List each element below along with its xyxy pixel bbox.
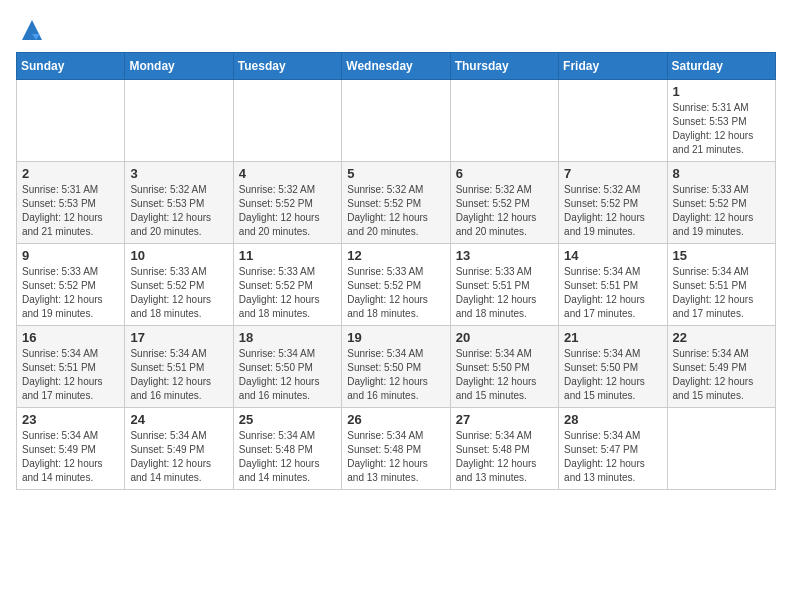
calendar-cell: 4Sunrise: 5:32 AM Sunset: 5:52 PM Daylig… (233, 162, 341, 244)
calendar-cell: 13Sunrise: 5:33 AM Sunset: 5:51 PM Dayli… (450, 244, 558, 326)
calendar: SundayMondayTuesdayWednesdayThursdayFrid… (16, 52, 776, 490)
day-number: 16 (22, 330, 119, 345)
day-number: 25 (239, 412, 336, 427)
calendar-cell: 8Sunrise: 5:33 AM Sunset: 5:52 PM Daylig… (667, 162, 775, 244)
day-number: 2 (22, 166, 119, 181)
day-number: 20 (456, 330, 553, 345)
calendar-cell: 6Sunrise: 5:32 AM Sunset: 5:52 PM Daylig… (450, 162, 558, 244)
day-info: Sunrise: 5:32 AM Sunset: 5:52 PM Dayligh… (239, 183, 336, 239)
calendar-cell: 7Sunrise: 5:32 AM Sunset: 5:52 PM Daylig… (559, 162, 667, 244)
day-info: Sunrise: 5:34 AM Sunset: 5:48 PM Dayligh… (239, 429, 336, 485)
day-info: Sunrise: 5:34 AM Sunset: 5:49 PM Dayligh… (130, 429, 227, 485)
day-info: Sunrise: 5:31 AM Sunset: 5:53 PM Dayligh… (673, 101, 770, 157)
header-day-thursday: Thursday (450, 53, 558, 80)
day-info: Sunrise: 5:33 AM Sunset: 5:52 PM Dayligh… (22, 265, 119, 321)
day-number: 24 (130, 412, 227, 427)
calendar-cell: 11Sunrise: 5:33 AM Sunset: 5:52 PM Dayli… (233, 244, 341, 326)
day-info: Sunrise: 5:31 AM Sunset: 5:53 PM Dayligh… (22, 183, 119, 239)
day-number: 1 (673, 84, 770, 99)
week-row-0: 1Sunrise: 5:31 AM Sunset: 5:53 PM Daylig… (17, 80, 776, 162)
calendar-cell: 12Sunrise: 5:33 AM Sunset: 5:52 PM Dayli… (342, 244, 450, 326)
day-info: Sunrise: 5:34 AM Sunset: 5:50 PM Dayligh… (239, 347, 336, 403)
calendar-cell: 5Sunrise: 5:32 AM Sunset: 5:52 PM Daylig… (342, 162, 450, 244)
day-number: 5 (347, 166, 444, 181)
day-info: Sunrise: 5:32 AM Sunset: 5:52 PM Dayligh… (347, 183, 444, 239)
day-info: Sunrise: 5:34 AM Sunset: 5:50 PM Dayligh… (347, 347, 444, 403)
calendar-cell: 14Sunrise: 5:34 AM Sunset: 5:51 PM Dayli… (559, 244, 667, 326)
calendar-cell: 21Sunrise: 5:34 AM Sunset: 5:50 PM Dayli… (559, 326, 667, 408)
logo-icon (18, 16, 46, 44)
calendar-cell (125, 80, 233, 162)
day-info: Sunrise: 5:33 AM Sunset: 5:52 PM Dayligh… (673, 183, 770, 239)
header-day-friday: Friday (559, 53, 667, 80)
day-number: 26 (347, 412, 444, 427)
calendar-cell: 27Sunrise: 5:34 AM Sunset: 5:48 PM Dayli… (450, 408, 558, 490)
day-info: Sunrise: 5:32 AM Sunset: 5:52 PM Dayligh… (564, 183, 661, 239)
logo (16, 16, 46, 44)
calendar-cell: 19Sunrise: 5:34 AM Sunset: 5:50 PM Dayli… (342, 326, 450, 408)
calendar-cell: 1Sunrise: 5:31 AM Sunset: 5:53 PM Daylig… (667, 80, 775, 162)
day-info: Sunrise: 5:34 AM Sunset: 5:48 PM Dayligh… (456, 429, 553, 485)
day-info: Sunrise: 5:34 AM Sunset: 5:50 PM Dayligh… (564, 347, 661, 403)
calendar-cell: 18Sunrise: 5:34 AM Sunset: 5:50 PM Dayli… (233, 326, 341, 408)
calendar-cell (667, 408, 775, 490)
day-number: 15 (673, 248, 770, 263)
day-info: Sunrise: 5:34 AM Sunset: 5:51 PM Dayligh… (22, 347, 119, 403)
day-info: Sunrise: 5:33 AM Sunset: 5:52 PM Dayligh… (130, 265, 227, 321)
header-row: SundayMondayTuesdayWednesdayThursdayFrid… (17, 53, 776, 80)
day-number: 10 (130, 248, 227, 263)
day-info: Sunrise: 5:34 AM Sunset: 5:47 PM Dayligh… (564, 429, 661, 485)
day-number: 21 (564, 330, 661, 345)
day-info: Sunrise: 5:34 AM Sunset: 5:51 PM Dayligh… (130, 347, 227, 403)
day-info: Sunrise: 5:34 AM Sunset: 5:48 PM Dayligh… (347, 429, 444, 485)
calendar-cell (233, 80, 341, 162)
day-info: Sunrise: 5:33 AM Sunset: 5:52 PM Dayligh… (347, 265, 444, 321)
week-row-3: 16Sunrise: 5:34 AM Sunset: 5:51 PM Dayli… (17, 326, 776, 408)
calendar-cell: 22Sunrise: 5:34 AM Sunset: 5:49 PM Dayli… (667, 326, 775, 408)
day-number: 4 (239, 166, 336, 181)
day-number: 22 (673, 330, 770, 345)
header-day-saturday: Saturday (667, 53, 775, 80)
day-number: 3 (130, 166, 227, 181)
svg-marker-0 (22, 20, 42, 40)
day-number: 27 (456, 412, 553, 427)
day-info: Sunrise: 5:33 AM Sunset: 5:52 PM Dayligh… (239, 265, 336, 321)
day-number: 6 (456, 166, 553, 181)
day-number: 28 (564, 412, 661, 427)
day-info: Sunrise: 5:34 AM Sunset: 5:51 PM Dayligh… (564, 265, 661, 321)
calendar-cell (559, 80, 667, 162)
calendar-cell: 9Sunrise: 5:33 AM Sunset: 5:52 PM Daylig… (17, 244, 125, 326)
day-number: 18 (239, 330, 336, 345)
calendar-header: SundayMondayTuesdayWednesdayThursdayFrid… (17, 53, 776, 80)
calendar-cell (450, 80, 558, 162)
day-number: 9 (22, 248, 119, 263)
calendar-cell: 23Sunrise: 5:34 AM Sunset: 5:49 PM Dayli… (17, 408, 125, 490)
header (16, 16, 776, 44)
day-number: 8 (673, 166, 770, 181)
day-info: Sunrise: 5:34 AM Sunset: 5:49 PM Dayligh… (673, 347, 770, 403)
week-row-4: 23Sunrise: 5:34 AM Sunset: 5:49 PM Dayli… (17, 408, 776, 490)
header-day-sunday: Sunday (17, 53, 125, 80)
calendar-cell: 24Sunrise: 5:34 AM Sunset: 5:49 PM Dayli… (125, 408, 233, 490)
week-row-1: 2Sunrise: 5:31 AM Sunset: 5:53 PM Daylig… (17, 162, 776, 244)
day-number: 12 (347, 248, 444, 263)
day-number: 17 (130, 330, 227, 345)
calendar-cell (342, 80, 450, 162)
day-number: 7 (564, 166, 661, 181)
week-row-2: 9Sunrise: 5:33 AM Sunset: 5:52 PM Daylig… (17, 244, 776, 326)
day-info: Sunrise: 5:32 AM Sunset: 5:52 PM Dayligh… (456, 183, 553, 239)
calendar-cell: 28Sunrise: 5:34 AM Sunset: 5:47 PM Dayli… (559, 408, 667, 490)
header-day-tuesday: Tuesday (233, 53, 341, 80)
day-info: Sunrise: 5:32 AM Sunset: 5:53 PM Dayligh… (130, 183, 227, 239)
day-info: Sunrise: 5:34 AM Sunset: 5:51 PM Dayligh… (673, 265, 770, 321)
day-number: 19 (347, 330, 444, 345)
calendar-cell (17, 80, 125, 162)
calendar-cell: 3Sunrise: 5:32 AM Sunset: 5:53 PM Daylig… (125, 162, 233, 244)
day-number: 23 (22, 412, 119, 427)
calendar-cell: 20Sunrise: 5:34 AM Sunset: 5:50 PM Dayli… (450, 326, 558, 408)
calendar-body: 1Sunrise: 5:31 AM Sunset: 5:53 PM Daylig… (17, 80, 776, 490)
calendar-cell: 2Sunrise: 5:31 AM Sunset: 5:53 PM Daylig… (17, 162, 125, 244)
day-info: Sunrise: 5:33 AM Sunset: 5:51 PM Dayligh… (456, 265, 553, 321)
calendar-cell: 10Sunrise: 5:33 AM Sunset: 5:52 PM Dayli… (125, 244, 233, 326)
day-number: 14 (564, 248, 661, 263)
